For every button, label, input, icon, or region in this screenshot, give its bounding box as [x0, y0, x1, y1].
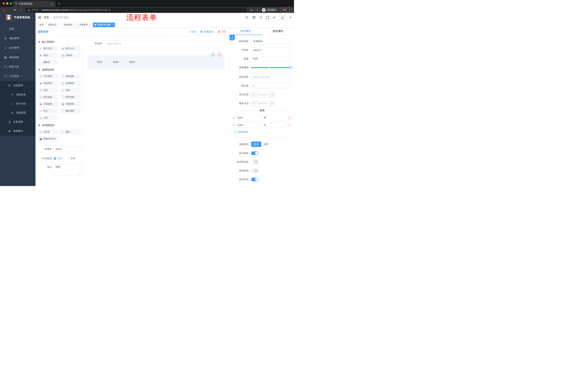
- sidebar-item-user-group[interactable]: ☺ 用户分组: [0, 99, 35, 108]
- gender-option-2[interactable]: 选项二: [125, 60, 137, 64]
- slider-handle[interactable]: [289, 66, 293, 69]
- increase-button[interactable]: +: [269, 101, 275, 106]
- min-select-input[interactable]: [257, 92, 269, 97]
- phone-field-input[interactable]: [104, 40, 224, 47]
- tab-form-props[interactable]: 表单属性: [262, 28, 294, 35]
- close-window-button[interactable]: [2, 2, 5, 5]
- option-2-name-input[interactable]: [236, 122, 261, 128]
- save-button[interactable]: ✓ 保存: [188, 30, 196, 33]
- delete-component-button[interactable]: [217, 53, 222, 57]
- max-select-input[interactable]: [257, 101, 269, 106]
- form-remark-textarea[interactable]: 嘿嘿: [54, 164, 80, 175]
- close-icon[interactable]: ×: [74, 24, 74, 26]
- help-icon[interactable]: ?: [259, 16, 262, 19]
- tag-process-model[interactable]: 流程模型×: [62, 22, 76, 27]
- drag-handle-icon[interactable]: ≡: [233, 116, 234, 119]
- required-toggle[interactable]: [251, 178, 258, 181]
- phone-field-row[interactable]: 手机号: [88, 40, 224, 47]
- decrease-button[interactable]: −: [251, 101, 257, 106]
- clear-button[interactable]: 清空: [218, 30, 226, 33]
- browser-tab[interactable]: 芋道管理系统 ×: [13, 1, 55, 7]
- component-editor[interactable]: 编辑器: [38, 60, 58, 65]
- sidebar-item-system[interactable]: ⚙ 系统管理: [0, 34, 35, 43]
- component-type-select[interactable]: [251, 39, 291, 44]
- sidebar-item-home[interactable]: ◔ 首页: [0, 24, 35, 34]
- sidebar-item-task-mgmt[interactable]: ╠ 任务管理: [0, 117, 35, 127]
- form-name-input[interactable]: [54, 146, 80, 152]
- component-date-picker[interactable]: ▦日期选择: [38, 101, 58, 107]
- close-icon[interactable]: ×: [112, 24, 113, 26]
- component-password[interactable]: ✱密码: [38, 53, 58, 58]
- add-option-button[interactable]: + 添加选项: [234, 130, 291, 134]
- tab-component-props[interactable]: 组件属性: [230, 28, 262, 35]
- sidebar-item-devtools[interactable]: 研发工具: [0, 62, 35, 72]
- option-1-name-input[interactable]: [236, 115, 261, 120]
- new-tab-button[interactable]: +: [58, 2, 60, 6]
- component-row-container[interactable]: ◫行容器: [38, 129, 58, 135]
- component-cascader[interactable]: ├级联选择: [60, 74, 80, 79]
- tag-process-definition[interactable]: 流程定义×: [46, 22, 61, 27]
- link-tag[interactable]: [230, 35, 235, 40]
- sidebar-item-process-model[interactable]: ➤ 流程模型: [0, 108, 35, 117]
- close-icon[interactable]: ×: [58, 24, 59, 26]
- increase-button[interactable]: +: [269, 92, 275, 97]
- style-button-button[interactable]: 按钮: [261, 142, 271, 147]
- reload-icon[interactable]: ↻: [13, 8, 18, 12]
- close-tab-icon[interactable]: ×: [51, 2, 53, 5]
- sidebar-item-process-form[interactable]: ✎ 流程表单: [0, 90, 35, 99]
- style-default-button[interactable]: 默认: [251, 142, 261, 147]
- title-input[interactable]: [251, 56, 291, 62]
- copy-component-button[interactable]: [211, 53, 215, 57]
- sidebar-item-process-mgmt[interactable]: ☰ 流程管理: [0, 81, 35, 90]
- search-icon[interactable]: [245, 16, 249, 19]
- component-type-value[interactable]: [251, 39, 291, 44]
- drag-handle-icon[interactable]: ≡: [233, 124, 234, 127]
- gender-option-1[interactable]: 选项一: [109, 60, 120, 64]
- sidebar-item-workflow[interactable]: 工作流程: [0, 72, 35, 81]
- sidebar-item-infra[interactable]: ▣ 基础设施: [0, 53, 35, 62]
- tag-process-form-edit[interactable]: 流程表单-编辑×: [93, 22, 115, 27]
- component-checkbox-group[interactable]: ☑多选框组: [60, 81, 80, 86]
- component-rate[interactable]: ☆评分: [38, 108, 58, 114]
- chevron-down-icon[interactable]: [290, 17, 292, 18]
- home-icon[interactable]: ⌂: [18, 8, 23, 12]
- component-color-picker[interactable]: ◐颜色选择: [60, 108, 80, 114]
- option-1-value-input[interactable]: [262, 115, 287, 120]
- component-table[interactable]: ▦表格[开发中]: [38, 136, 58, 141]
- remove-option-button[interactable]: −: [288, 116, 291, 119]
- forward-icon[interactable]: →: [7, 8, 12, 12]
- sidebar-item-leave-query[interactable]: ☻ 请假查询: [0, 127, 35, 136]
- decrease-button[interactable]: −: [251, 92, 257, 97]
- window-controls[interactable]: [2, 2, 12, 5]
- password-key-icon[interactable]: [250, 9, 253, 11]
- component-counter[interactable]: 123计数器: [60, 53, 80, 58]
- sidebar-item-payment[interactable]: ¥ 支付管理: [0, 43, 35, 53]
- form-grid-slider[interactable]: [251, 65, 291, 70]
- view-json-button[interactable]: 查看json: [200, 30, 214, 33]
- breadcrumb-home[interactable]: 首页: [44, 16, 49, 19]
- avatar[interactable]: [279, 14, 286, 21]
- default-value-input[interactable]: [251, 83, 291, 88]
- status-radio-off[interactable]: 关闭: [67, 157, 75, 160]
- sidebar-fold-icon[interactable]: [38, 16, 41, 19]
- checkbox-icon[interactable]: [125, 61, 128, 63]
- maximize-window-button[interactable]: [10, 2, 12, 5]
- address-bar[interactable]: ! 不安全 dashboard.yudao.iocoder.cn/bpm/man…: [25, 8, 247, 12]
- font-size-icon[interactable]: TT: [273, 16, 275, 19]
- label-width-input[interactable]: [251, 74, 291, 80]
- fullscreen-icon[interactable]: [266, 16, 269, 19]
- selected-component-block[interactable]: 性别 选项一 选项二: [88, 55, 224, 69]
- component-multi-line-text[interactable]: ▤多行文本: [60, 46, 80, 51]
- component-time-range[interactable]: ◔时间范围: [60, 95, 80, 100]
- slider-rail[interactable]: [251, 67, 291, 68]
- checkbox-icon[interactable]: [109, 61, 112, 63]
- component-date-range[interactable]: ▩日期范围: [60, 101, 80, 107]
- component-upload[interactable]: ☁上传: [38, 115, 58, 120]
- disabled-toggle[interactable]: [251, 169, 258, 172]
- border-toggle[interactable]: [251, 160, 258, 164]
- tag-home[interactable]: 首页: [38, 22, 45, 27]
- component-button[interactable]: ☞按钮: [60, 129, 80, 135]
- component-slider[interactable]: ⊸滑块: [60, 87, 80, 93]
- component-select[interactable]: ▾下拉选择: [38, 74, 58, 79]
- browser-menu-icon[interactable]: ⋮: [288, 9, 291, 11]
